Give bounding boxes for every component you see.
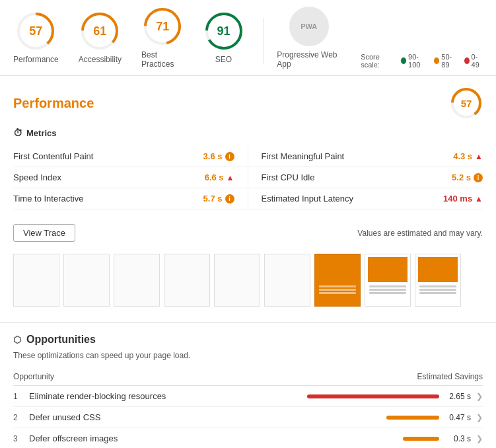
trace-row: View Trace Values are estimated and may … [13, 217, 483, 248]
tab-best-practices-label: Best Practices [141, 50, 184, 69]
metric-eil-name: Estimated Input Latency [262, 194, 353, 204]
performance-section: Performance 57 ⏱ Metrics First Contentfu… [0, 76, 496, 322]
opp-bar-area-3: 0.3 s [273, 434, 471, 443]
scale-red: 0-49 [464, 53, 483, 69]
scale-orange: 50-89 [434, 53, 456, 69]
scale-dot-red [464, 57, 470, 64]
chevron-icon-3[interactable]: ❯ [476, 434, 483, 443]
best-practices-score-circle: 71 [143, 7, 182, 46]
opp-bar-area-1: 2.65 s [273, 392, 471, 401]
film-line [319, 289, 356, 291]
metric-eil-val: 140 ms [443, 194, 472, 204]
header-tabs: 57 Performance 61 Accessibility 71 Best … [0, 0, 496, 76]
metric-first-contentful-paint: First Contentful Paint 3.6 s i [13, 146, 248, 167]
film-frame-2 [63, 254, 110, 307]
metric-si-name: Speed Index [13, 172, 61, 182]
score-scale: Score scale: 90-100 50-89 0-49 [361, 53, 483, 75]
opp-name-2: Defer unused CSS [29, 412, 267, 422]
metrics-text: Metrics [26, 128, 57, 138]
metric-tti-name: Time to Interactive [13, 194, 83, 204]
film-frame-content-2 [415, 254, 461, 307]
perf-score-val: 57 [450, 87, 483, 120]
seo-score-circle: 91 [204, 11, 244, 51]
metric-fci-name: First CPU Idle [262, 172, 315, 182]
opp-num-1: 1 [13, 392, 24, 401]
film-line [319, 285, 356, 287]
opp-val-1: 2.65 s [444, 392, 471, 401]
metric-fci-value: 5.2 s i [452, 172, 483, 182]
scale-range-green: 90-100 [408, 53, 426, 69]
metric-fci: First CPU Idle 5.2 s i [248, 167, 483, 188]
tab-best-practices[interactable]: 71 Best Practices [141, 7, 184, 75]
tab-divider [264, 18, 264, 64]
metric-eil-value: 140 ms ▲ [443, 194, 483, 204]
scale-dot-orange [434, 57, 439, 64]
performance-header: Performance 57 [13, 87, 483, 120]
info-icon-tti: i [225, 194, 234, 204]
film-line-gray [419, 292, 456, 294]
warn-icon-fmp: ▲ [475, 152, 483, 161]
metric-fcp-name: First Contentful Paint [13, 151, 93, 161]
tab-accessibility[interactable]: 61 Accessibility [79, 11, 122, 71]
metric-tti-value: 5.7 s i [203, 194, 234, 204]
scale-green: 90-100 [401, 53, 426, 69]
accessibility-score-circle: 61 [80, 11, 120, 51]
opp-table-header: Opportunity Estimated Savings [13, 368, 483, 386]
opp-name-3: Defer offscreen images [29, 433, 267, 443]
film-frame-5 [214, 254, 260, 307]
opp-bar-3 [403, 437, 439, 441]
info-icon-fcp: i [225, 152, 234, 161]
film-lines-3 [418, 284, 458, 295]
film-line-gray [369, 285, 406, 287]
scale-range-red: 0-49 [472, 53, 483, 69]
chevron-icon-1[interactable]: ❯ [476, 392, 483, 401]
film-frame-3 [114, 254, 160, 307]
performance-score-circle: 57 [16, 11, 55, 51]
seo-score: 91 [204, 11, 244, 51]
film-line [319, 292, 356, 294]
warn-icon-eil: ▲ [475, 194, 483, 204]
film-lines-1 [318, 284, 357, 295]
film-orange-header [318, 257, 357, 282]
tab-seo[interactable]: 91 SEO [204, 11, 244, 71]
metric-si-value: 6.6 s ▲ [205, 172, 234, 182]
metric-fmp-val: 4.3 s [453, 151, 472, 161]
tab-accessibility-label: Accessibility [79, 55, 122, 64]
trace-note: Values are estimated and may vary. [357, 229, 483, 238]
film-line-gray [369, 289, 406, 291]
opp-row-2[interactable]: 2 Defer unused CSS 0.47 s ❯ [13, 407, 483, 428]
film-frame-4 [164, 254, 210, 307]
opp-row-3[interactable]: 3 Defer offscreen images 0.3 s ❯ [13, 428, 483, 448]
col-opportunity: Opportunity [13, 372, 54, 381]
metric-fmp-name: First Meaningful Paint [262, 151, 345, 161]
opp-row-1[interactable]: 1 Eliminate render-blocking resources 2.… [13, 386, 483, 407]
metric-fcp-value: 3.6 s i [203, 151, 234, 161]
film-frame-6 [264, 254, 310, 307]
metric-tti-val: 5.7 s [203, 194, 223, 204]
tab-pwa[interactable]: PWA Progressive Web App [277, 7, 341, 75]
scale-dot-green [401, 57, 406, 64]
accessibility-score: 61 [80, 11, 120, 51]
tab-performance[interactable]: 57 Performance [13, 11, 59, 71]
tab-seo-label: SEO [215, 55, 232, 64]
opp-num-2: 2 [13, 413, 24, 422]
opp-num-3: 3 [13, 434, 24, 443]
tab-pwa-label: Progressive Web App [277, 50, 341, 69]
col-savings: Estimated Savings [417, 372, 483, 381]
film-line-gray [419, 289, 456, 291]
view-trace-button[interactable]: View Trace [13, 224, 75, 242]
metric-tti: Time to Interactive 5.7 s i [13, 188, 248, 209]
film-line-gray [369, 292, 406, 294]
metric-fmp-value: 4.3 s ▲ [453, 151, 483, 161]
metric-speed-index: Speed Index 6.6 s ▲ [13, 167, 248, 188]
pwa-abbr: PWA [301, 22, 317, 30]
opp-val-2: 0.47 s [444, 413, 471, 422]
chevron-icon-2[interactable]: ❯ [476, 413, 483, 422]
best-practices-score: 71 [143, 7, 182, 46]
filmstrip [13, 254, 483, 307]
score-scale-label: Score scale: [361, 53, 393, 69]
opp-bar-1 [307, 394, 439, 398]
film-line-gray [419, 285, 456, 287]
metric-fcp-val: 3.6 s [203, 151, 223, 161]
performance-score: 57 [16, 11, 55, 51]
